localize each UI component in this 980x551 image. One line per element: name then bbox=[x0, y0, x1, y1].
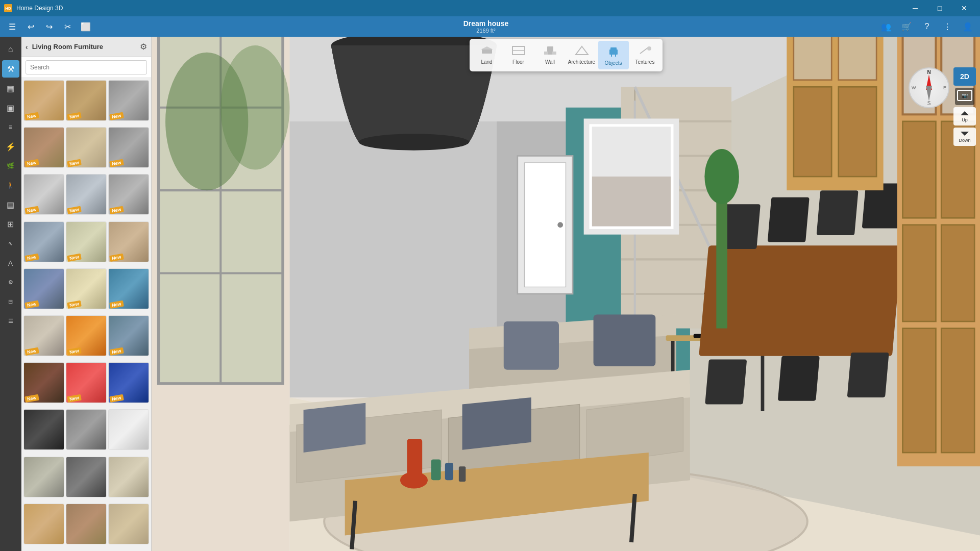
list-item[interactable]: New bbox=[108, 174, 149, 215]
left-icon-pool[interactable]: ∿ bbox=[2, 235, 19, 252]
app-title: Home Design 3D bbox=[16, 5, 63, 12]
cut-button[interactable]: ✂ bbox=[59, 18, 76, 35]
list-item[interactable]: New bbox=[108, 80, 149, 121]
list-item[interactable]: New bbox=[66, 221, 107, 262]
compass-south-label: S bbox=[927, 101, 931, 106]
list-item[interactable] bbox=[23, 457, 64, 497]
land-icon bbox=[480, 45, 494, 57]
left-icon-more2[interactable]: ☰ bbox=[2, 312, 19, 330]
list-item[interactable]: New bbox=[66, 315, 107, 356]
svg-rect-47 bbox=[592, 127, 671, 177]
list-item[interactable] bbox=[66, 409, 107, 450]
left-icon-electrical[interactable]: ⚡ bbox=[2, 138, 19, 155]
users-button[interactable]: 👥 bbox=[878, 18, 894, 35]
viewport-3d[interactable]: Land Floor Wall Architecture bbox=[152, 37, 980, 551]
copy-button[interactable]: ⬜ bbox=[78, 18, 94, 35]
left-icon-layers[interactable]: ⊟ bbox=[2, 293, 19, 310]
svg-rect-49 bbox=[504, 321, 559, 370]
view-architecture-button[interactable]: Architecture bbox=[567, 41, 597, 69]
close-button[interactable]: ✕ bbox=[952, 0, 976, 16]
panel-settings-button[interactable]: ⚙ bbox=[140, 42, 147, 52]
svg-marker-15 bbox=[290, 121, 497, 397]
furniture-thumb bbox=[109, 504, 149, 544]
left-icon-furniture[interactable]: ▣ bbox=[2, 99, 19, 116]
svg-rect-50 bbox=[594, 315, 656, 366]
list-item[interactable]: New bbox=[108, 127, 149, 168]
textures-icon bbox=[638, 45, 652, 57]
more-button[interactable]: ⋮ bbox=[939, 18, 955, 35]
list-item[interactable]: New bbox=[23, 362, 64, 403]
list-item[interactable] bbox=[66, 504, 107, 544]
project-size: 2169 ft² bbox=[476, 28, 495, 34]
left-icon-bar: ⌂ ⚒ ▦ ▣ ≡ ⚡ 🌿 🚶 ▤ ⊞ ∿ ⋀ ⚙ ⊟ ☰ bbox=[0, 37, 21, 551]
redo-button[interactable]: ↪ bbox=[41, 18, 57, 35]
view-2d-button[interactable]: 2D bbox=[953, 67, 976, 86]
cart-button[interactable]: 🛒 bbox=[898, 18, 915, 35]
svg-line-12 bbox=[640, 47, 648, 54]
titlebar-left: HD Home Design 3D bbox=[4, 4, 63, 12]
list-item[interactable]: New bbox=[108, 221, 149, 262]
furniture-thumb bbox=[66, 504, 106, 544]
view-floor-button[interactable]: Floor bbox=[503, 41, 534, 69]
undo-button[interactable]: ↩ bbox=[22, 18, 39, 35]
list-item[interactable] bbox=[23, 504, 64, 544]
list-item[interactable]: New bbox=[66, 80, 107, 121]
account-button[interactable]: 👤 bbox=[960, 18, 976, 35]
list-item[interactable]: New bbox=[108, 268, 149, 309]
svg-marker-1 bbox=[481, 46, 493, 49]
list-item[interactable] bbox=[108, 457, 149, 497]
left-icon-home[interactable]: ⌂ bbox=[2, 41, 19, 58]
svg-point-13 bbox=[647, 46, 651, 51]
list-item[interactable]: New bbox=[108, 362, 149, 403]
list-item[interactable]: New bbox=[23, 268, 64, 309]
svg-rect-6 bbox=[552, 52, 556, 55]
list-item[interactable]: New bbox=[23, 80, 64, 121]
view-land-button[interactable]: Land bbox=[472, 41, 502, 69]
list-item[interactable]: New bbox=[23, 315, 64, 356]
list-item[interactable]: New bbox=[66, 362, 107, 403]
svg-rect-74 bbox=[903, 121, 936, 218]
list-item[interactable] bbox=[23, 409, 64, 450]
list-item[interactable] bbox=[108, 504, 149, 544]
svg-rect-59 bbox=[407, 439, 422, 480]
list-item[interactable] bbox=[108, 409, 149, 450]
list-item[interactable]: New bbox=[23, 127, 64, 168]
view-down-button[interactable]: Down bbox=[953, 128, 976, 146]
search-input[interactable] bbox=[26, 60, 147, 74]
furniture-thumb bbox=[24, 504, 64, 544]
panel-back-button[interactable]: ‹ bbox=[26, 43, 28, 51]
view-objects-button[interactable]: Objects bbox=[598, 41, 629, 69]
left-icon-fence[interactable]: ▤ bbox=[2, 196, 19, 213]
left-icon-nature[interactable]: 🌿 bbox=[2, 157, 19, 174]
left-icon-tools[interactable]: ⚒ bbox=[2, 60, 19, 78]
list-item[interactable]: New bbox=[23, 221, 64, 262]
aerial-button[interactable]: 📷 bbox=[955, 88, 974, 105]
list-item[interactable]: New bbox=[108, 315, 149, 356]
menu-button[interactable]: ☰ bbox=[4, 18, 20, 35]
view-textures-button[interactable]: Textures bbox=[630, 41, 660, 69]
svg-rect-82 bbox=[839, 37, 876, 80]
left-icon-window[interactable]: ⊞ bbox=[2, 215, 19, 233]
list-item[interactable]: New bbox=[66, 174, 107, 215]
left-icon-terrain[interactable]: ⋀ bbox=[2, 254, 19, 271]
list-item[interactable] bbox=[66, 457, 107, 497]
left-icon-person[interactable]: 🚶 bbox=[2, 177, 19, 194]
view-wall-button[interactable]: Wall bbox=[535, 41, 566, 69]
list-item[interactable]: New bbox=[66, 268, 107, 309]
furniture-thumb bbox=[109, 457, 149, 497]
left-icon-rooms[interactable]: ▦ bbox=[2, 80, 19, 97]
down-label: Down bbox=[959, 138, 970, 143]
help-button[interactable]: ? bbox=[919, 18, 935, 35]
svg-point-86 bbox=[704, 149, 739, 204]
list-item[interactable]: New bbox=[66, 127, 107, 168]
view-wall-label: Wall bbox=[545, 59, 555, 65]
svg-rect-61 bbox=[445, 463, 453, 480]
maximize-button[interactable]: □ bbox=[928, 0, 951, 16]
left-icon-group[interactable]: ⚙ bbox=[2, 273, 19, 291]
minimize-button[interactable]: ─ bbox=[903, 0, 927, 16]
up-label: Up bbox=[962, 117, 968, 122]
list-item[interactable]: New bbox=[23, 174, 64, 215]
left-icon-stairs[interactable]: ≡ bbox=[2, 118, 19, 136]
furniture-thumb bbox=[109, 410, 149, 449]
view-up-button[interactable]: Up bbox=[953, 107, 976, 126]
